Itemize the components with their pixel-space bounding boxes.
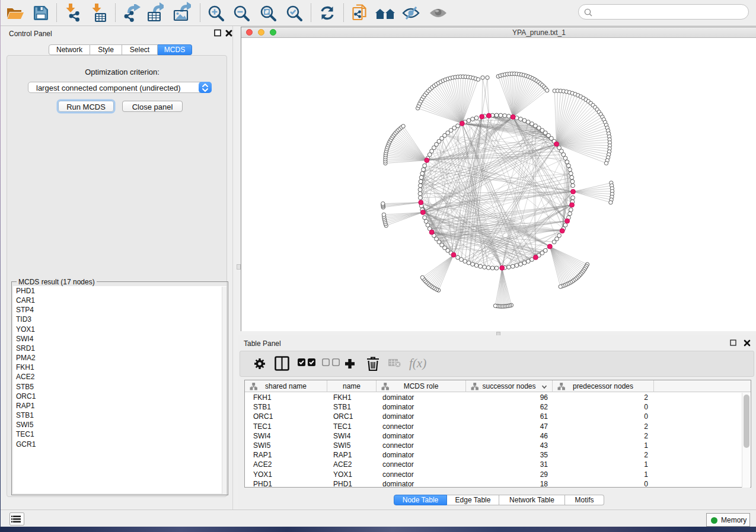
svg-text:f(x): f(x) bbox=[409, 356, 426, 370]
